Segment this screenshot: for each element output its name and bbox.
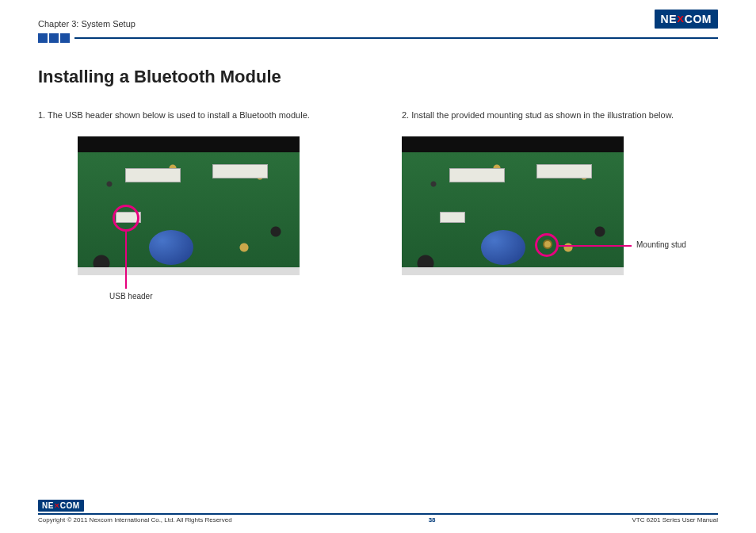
callout-line [559,245,632,247]
board-connector [440,212,465,223]
nexcom-logo-small: NE X COM [38,500,84,512]
figure-usb-header: USB header [78,136,354,275]
step-2-text: 2. Install the provided mounting stud as… [402,109,718,121]
usb-header-label: USB header [109,292,152,301]
copyright-text: Copyright © 2011 Nexcom International Co… [38,516,232,523]
footer-divider [38,513,718,515]
column-right: 2. Install the provided mounting stud as… [402,109,718,275]
two-column-layout: 1. The USB header shown below is used to… [38,109,718,275]
footer-logo: NE X COM [38,497,718,512]
page-title: Installing a Bluetooth Module [38,67,718,87]
nexcom-logo: NE X COM [655,10,718,29]
decorative-squares-icon [38,33,70,43]
figure-mounting-stud: Mounting stud [402,136,718,275]
step-1-text: 1. The USB header shown below is used to… [38,109,354,121]
callout-line [125,232,127,289]
header-rule [0,29,756,43]
coin-battery [149,230,193,265]
logo-x-icon: X [54,502,59,509]
logo-x-icon: X [677,14,684,24]
logo-part-ne: NE [661,13,677,25]
page-footer: NE X COM Copyright © 2011 Nexcom Interna… [38,497,718,523]
circuit-board-image [402,136,624,275]
page-header: Chapter 3: System Setup NE X COM [0,0,756,29]
board-connector [212,164,268,178]
page-content: Installing a Bluetooth Module 1. The USB… [0,43,756,275]
board-connector [536,164,592,178]
circuit-board-image [78,136,300,275]
chapter-title: Chapter 3: System Setup [38,19,136,29]
footer-row: Copyright © 2011 Nexcom International Co… [38,516,718,523]
logo-part-com: COM [685,13,712,25]
mounting-stud-label: Mounting stud [636,240,686,249]
board-connector [125,168,181,182]
board-connector [449,168,505,182]
column-left: 1. The USB header shown below is used to… [38,109,354,275]
header-divider [74,37,718,39]
page-number: 38 [429,516,436,523]
manual-name: VTC 6201 Series User Manual [632,516,719,523]
coin-battery [481,230,525,265]
